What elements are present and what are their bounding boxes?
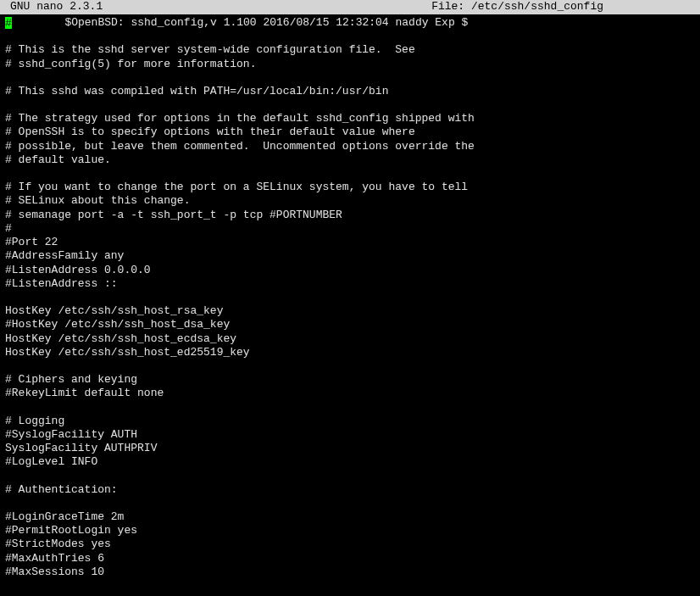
editor-line: #LogLevel INFO <box>5 455 695 469</box>
line-text: $OpenBSD: sshd_config,v 1.100 2016/08/15… <box>12 16 468 29</box>
editor-line: HostKey /etc/ssh/ssh_host_ecdsa_key <box>5 332 695 346</box>
editor-line <box>5 167 695 181</box>
editor-line: # Authentication: <box>5 483 695 497</box>
editor-area[interactable]: # $OpenBSD: sshd_config,v 1.100 2016/08/… <box>0 14 700 581</box>
editor-line: #AddressFamily any <box>5 249 695 263</box>
editor-line: #ListenAddress :: <box>5 277 695 291</box>
editor-line: #StrictModes yes <box>5 538 695 551</box>
editor-line <box>5 497 695 510</box>
editor-line: # $OpenBSD: sshd_config,v 1.100 2016/08/… <box>5 16 695 30</box>
editor-line: # sshd_config(5) for more information. <box>5 58 695 71</box>
editor-line <box>5 98 695 112</box>
editor-line <box>5 30 695 43</box>
editor-line: #ListenAddress 0.0.0.0 <box>5 264 695 277</box>
editor-line: #MaxSessions 10 <box>5 565 695 579</box>
editor-line: SyslogFacility AUTHPRIV <box>5 442 695 455</box>
editor-line: # Logging <box>5 415 695 428</box>
editor-line: HostKey /etc/ssh/ssh_host_rsa_key <box>5 304 695 318</box>
editor-line: #LoginGraceTime 2m <box>5 510 695 524</box>
editor-line <box>5 291 695 304</box>
editor-line: # OpenSSH is to specify options with the… <box>5 125 695 139</box>
editor-line: # <box>5 222 695 236</box>
editor-line: #SyslogFacility AUTH <box>5 428 695 442</box>
cursor: # <box>5 17 12 29</box>
editor-line: # This is the sshd server system-wide co… <box>5 43 695 57</box>
editor-line <box>5 401 695 415</box>
file-path: File: /etc/ssh/sshd_config <box>431 0 697 14</box>
editor-line: #Port 22 <box>5 236 695 249</box>
editor-line <box>5 71 695 85</box>
editor-line: # default value. <box>5 153 695 167</box>
editor-line: # semanage port -a -t ssh_port_t -p tcp … <box>5 209 695 222</box>
editor-line <box>5 359 695 373</box>
editor-titlebar: GNU nano 2.3.1 File: /etc/ssh/sshd_confi… <box>0 0 700 14</box>
editor-line: # If you want to change the port on a SE… <box>5 181 695 194</box>
app-name: GNU nano 2.3.1 <box>3 0 103 14</box>
editor-line: # Ciphers and keying <box>5 373 695 387</box>
editor-line: # SELinux about this change. <box>5 194 695 208</box>
editor-line: HostKey /etc/ssh/ssh_host_ed25519_key <box>5 346 695 359</box>
editor-line: #HostKey /etc/ssh/ssh_host_dsa_key <box>5 318 695 331</box>
editor-line: # possible, but leave them commented. Un… <box>5 140 695 153</box>
editor-line: #PermitRootLogin yes <box>5 524 695 538</box>
editor-line: #RekeyLimit default none <box>5 387 695 400</box>
editor-line: # The strategy used for options in the d… <box>5 112 695 125</box>
editor-line <box>5 470 695 483</box>
editor-line: # This sshd was compiled with PATH=/usr/… <box>5 85 695 98</box>
editor-line: #MaxAuthTries 6 <box>5 552 695 565</box>
